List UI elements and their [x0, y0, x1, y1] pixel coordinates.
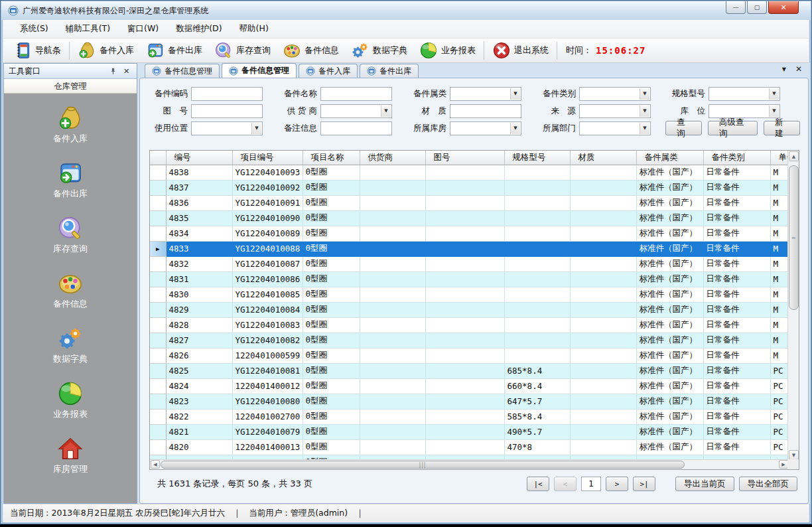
tab-备件入库-3[interactable]: 备件入库 — [299, 64, 358, 78]
sidebar-item-数据字典[interactable]: 数据字典 — [53, 325, 88, 365]
row-selector-cell[interactable] — [150, 424, 166, 439]
horizontal-scrollbar[interactable]: ◀ ||| ▶ — [150, 459, 789, 469]
row-selector-cell[interactable] — [150, 394, 166, 409]
select-备件类别[interactable]: ▼ — [579, 87, 651, 101]
toolbar-button-备件入库[interactable]: 备件入库 — [72, 40, 140, 61]
row-selector-cell[interactable] — [150, 348, 166, 363]
table-row[interactable]: 482212204010027000型圈585*8.4标准件（国产）日常备件PC — [150, 409, 789, 424]
input-备件编码[interactable] — [191, 87, 263, 101]
toolbar-button-库存查询[interactable]: 库存查询 — [208, 40, 277, 61]
table-row[interactable]: ▶4833YG122040100880型圈标准件（国产）日常备件M — [150, 241, 789, 256]
table-row[interactable]: 4834YG122040100890型圈标准件（国产）日常备件M — [150, 226, 789, 241]
tab-list-dropdown-icon[interactable]: ▼ — [782, 64, 786, 75]
row-selector-cell[interactable]: ▶ — [150, 241, 166, 256]
column-header-7[interactable]: 材质 — [570, 151, 636, 165]
row-selector-cell[interactable] — [150, 409, 166, 424]
sidebar-item-业务报表[interactable]: 业务报表 — [53, 380, 88, 420]
vertical-scroll-thumb[interactable]: ≡ — [789, 165, 799, 310]
close-button[interactable]: ✕ — [768, 1, 799, 14]
select-来源[interactable]: ▼ — [579, 104, 651, 118]
menu-item-5[interactable]: 帮助(H) — [231, 21, 277, 37]
new-button[interactable]: 新建 — [764, 121, 800, 135]
tab-close-icon[interactable]: ✕ — [795, 64, 802, 75]
column-header-3[interactable]: 项目名称 — [303, 151, 360, 165]
menu-item-3[interactable]: 窗口(W) — [119, 21, 167, 37]
row-selector-cell[interactable] — [150, 165, 166, 180]
toolbar-button-业务报表[interactable]: 业务报表 — [413, 40, 482, 61]
sidebar-item-库房管理[interactable]: 库房管理 — [53, 435, 88, 475]
table-row[interactable]: 4823YG122040100800型圈647*5.7标准件（国产）日常备件PC — [150, 394, 789, 409]
select-所属库房[interactable]: ▼ — [450, 121, 521, 135]
export-all-pages-button[interactable]: 导出全部页 — [739, 477, 798, 491]
prev-page-button[interactable]: < — [554, 477, 576, 491]
column-header-6[interactable]: 规格型号 — [504, 151, 570, 165]
table-row[interactable]: 4838YG122040100930型圈标准件（国产）日常备件M — [150, 165, 789, 180]
advanced-query-button[interactable]: 高级查询 — [708, 121, 758, 135]
row-selector-cell[interactable] — [150, 271, 166, 287]
toolbar-button-导航条[interactable]: 导航条 — [7, 40, 67, 61]
input-材质[interactable] — [450, 104, 521, 118]
table-row[interactable]: 4836YG122040100910型圈标准件（国产）日常备件M — [150, 195, 789, 210]
sidebar-item-备件信息[interactable]: 备件信息 — [53, 270, 88, 310]
pin-icon[interactable] — [109, 67, 117, 76]
minimize-button[interactable]: — — [726, 1, 746, 14]
select-供货商[interactable]: ▼ — [320, 104, 392, 118]
table-row[interactable]: 482412204014000120型圈660*8.4标准件（国产）日常备件PC — [150, 378, 789, 394]
table-row[interactable]: 4821YG122040100790型圈490*5.7标准件（国产）日常备件PC — [150, 424, 789, 439]
select-使用位置[interactable]: ▼ — [191, 121, 263, 135]
table-row[interactable]: 4832YG122040100870型圈标准件（国产）日常备件M — [150, 256, 789, 271]
next-page-button[interactable]: > — [606, 477, 628, 491]
row-selector-cell[interactable] — [150, 180, 166, 195]
table-row[interactable]: 4827YG122040100820型圈标准件（国产）日常备件M — [150, 333, 789, 348]
input-备件名称[interactable] — [320, 87, 392, 101]
table-row[interactable]: 482012204014000130型圈470*8标准件（国产）日常备件PC — [150, 439, 789, 455]
column-header-8[interactable]: 备件属类 — [636, 151, 703, 165]
row-selector-cell[interactable] — [150, 302, 166, 317]
column-header-1[interactable]: 编号 — [166, 151, 232, 165]
first-page-button[interactable]: |< — [527, 477, 549, 491]
row-selector-cell[interactable] — [150, 439, 166, 455]
sidebar-close-icon[interactable]: ✕ — [123, 67, 132, 76]
select-所属部门[interactable]: ▼ — [579, 121, 651, 135]
row-selector-cell[interactable] — [150, 256, 166, 271]
column-header-10[interactable]: 单位 — [770, 151, 789, 165]
sidebar-item-备件出库[interactable]: 备件出库 — [53, 160, 88, 200]
scroll-down-icon[interactable]: ▼ — [789, 450, 799, 460]
column-header-5[interactable]: 图号 — [425, 151, 504, 165]
table-row[interactable]: 4835YG122040100900型圈标准件（国产）日常备件M — [150, 210, 789, 226]
menu-item-2[interactable]: 辅助工具(T) — [57, 21, 119, 37]
menu-item-4[interactable]: 数据维护(D) — [167, 21, 230, 37]
last-page-button[interactable]: >| — [633, 477, 655, 491]
vertical-scrollbar[interactable]: ▲ ≡ ▼ — [787, 151, 799, 461]
menu-item-1[interactable]: 系统(S) — [11, 21, 57, 37]
table-row[interactable]: 4825YG122040100810型圈685*8.4标准件（国产）日常备件PC — [150, 363, 789, 378]
toolbar-button-数据字典[interactable]: 数据字典 — [345, 40, 413, 61]
sidebar-item-库存查询[interactable]: 库存查询 — [53, 215, 88, 255]
table-row[interactable]: 4837YG122040100920型圈标准件（国产）日常备件M — [150, 180, 789, 195]
row-selector-cell[interactable] — [150, 333, 166, 348]
maximize-button[interactable]: ▢ — [747, 1, 767, 14]
table-row[interactable]: 4831YG122040100860型圈标准件（国产）日常备件M — [150, 271, 789, 287]
sidebar-item-备件入库[interactable]: 备件入库 — [53, 105, 88, 145]
export-current-page-button[interactable]: 导出当前页 — [675, 477, 734, 491]
table-row[interactable]: 482612204010005990型圈标准件（国产）日常备件M — [150, 348, 789, 363]
scroll-right-icon[interactable]: ▶ — [779, 460, 788, 469]
tab-备件信息管理-2[interactable]: 备件信息管理 — [222, 63, 297, 78]
column-header-4[interactable]: 供货商 — [360, 151, 425, 165]
tab-备件出库-4[interactable]: 备件出库 — [360, 64, 419, 78]
row-selector-cell[interactable] — [150, 226, 166, 241]
row-selector-cell[interactable] — [150, 378, 166, 394]
horizontal-scroll-thumb[interactable]: ||| — [161, 461, 685, 469]
query-button[interactable]: 查询 — [665, 121, 702, 135]
toolbar-button-备件信息[interactable]: 备件信息 — [277, 40, 345, 61]
row-selector-cell[interactable] — [150, 287, 166, 302]
toolbar-button-退出系统[interactable]: 退出系统 — [486, 40, 555, 61]
row-selector-cell[interactable] — [150, 210, 166, 226]
table-row[interactable]: 4830YG122040100850型圈标准件（国产）日常备件M — [150, 287, 789, 302]
table-row[interactable]: 4829YG122040100840型圈标准件（国产）日常备件M — [150, 302, 789, 317]
sidebar-section-warehouse[interactable]: 仓库管理 — [4, 79, 137, 94]
select-备件属类[interactable]: ▼ — [450, 87, 521, 101]
input-图号[interactable] — [191, 104, 263, 118]
select-库位[interactable]: ▼ — [709, 104, 780, 118]
page-number-input[interactable] — [581, 477, 601, 491]
